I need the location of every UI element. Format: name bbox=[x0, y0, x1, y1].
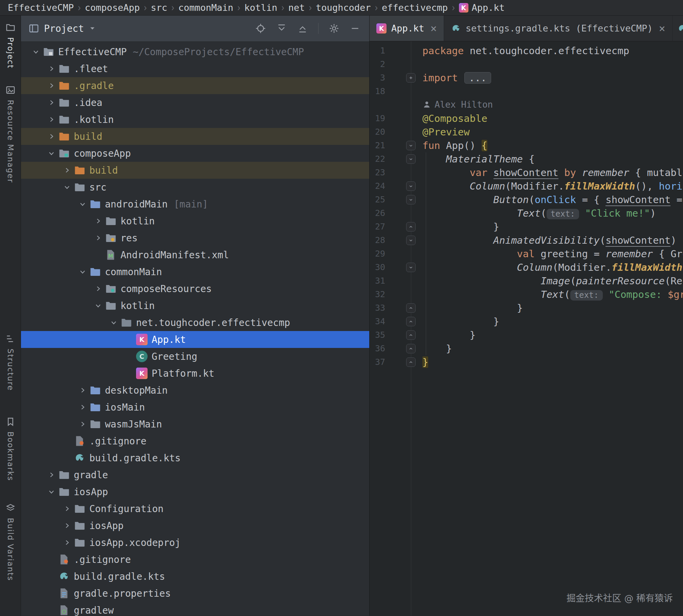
chevron-right-icon[interactable] bbox=[76, 383, 89, 397]
tree-item-res[interactable]: res bbox=[21, 229, 369, 246]
chevron-right-icon[interactable] bbox=[60, 536, 74, 549]
tree-item-androidmanifest-xml[interactable]: MAndroidManifest.xml bbox=[21, 246, 369, 263]
tool-strip-resource-manager[interactable]: Resource Manager bbox=[0, 85, 21, 183]
fold-plus-icon[interactable] bbox=[406, 73, 416, 83]
breadcrumb-item-commonmain[interactable]: commonMain bbox=[176, 2, 236, 13]
tree-item-app-kt[interactable]: KApp.kt bbox=[21, 331, 369, 348]
tree-item-iosapp-xcodeproj[interactable]: iosApp.xcodeproj bbox=[21, 534, 369, 551]
breadcrumb-item-src[interactable]: src bbox=[149, 2, 170, 13]
breadcrumb-item-app-kt[interactable]: KApp.kt bbox=[457, 2, 507, 13]
fold-open-icon[interactable] bbox=[406, 141, 416, 150]
breadcrumb-item-net[interactable]: net bbox=[286, 2, 307, 13]
chevron-down-icon[interactable] bbox=[107, 316, 120, 329]
author-inlay[interactable]: Alex Hilton bbox=[370, 98, 683, 112]
tree-item-commonmain[interactable]: commonMain bbox=[21, 263, 369, 280]
tree-item-iosapp[interactable]: iosApp bbox=[21, 517, 369, 534]
chevron-right-icon[interactable] bbox=[45, 79, 58, 92]
tree-item-effectivecmp[interactable]: EffectiveCMP~/ComposeProjects/EffectiveC… bbox=[21, 43, 369, 60]
fold-close-icon[interactable] bbox=[406, 330, 416, 340]
expand-all-icon[interactable] bbox=[276, 23, 287, 34]
chevron-down-icon[interactable] bbox=[45, 147, 58, 160]
close-icon[interactable]: × bbox=[431, 23, 437, 34]
collapse-all-icon[interactable] bbox=[297, 23, 308, 34]
chevron-right-icon[interactable] bbox=[45, 96, 58, 109]
chevron-down-icon[interactable] bbox=[60, 180, 74, 194]
tree-item-kotlin[interactable]: kotlin bbox=[21, 213, 369, 229]
code-area[interactable]: 1package net.toughcoder.effectivecmp23im… bbox=[370, 41, 683, 616]
chevron-right-icon[interactable] bbox=[76, 417, 89, 431]
tree-item-gitignore[interactable]: .gitignore bbox=[21, 433, 369, 449]
tree-item-composeapp[interactable]: composeApp bbox=[21, 145, 369, 162]
tool-strip-structure[interactable]: Structure bbox=[0, 334, 21, 391]
locate-icon[interactable] bbox=[255, 23, 266, 34]
chevron-right-icon[interactable] bbox=[60, 519, 74, 532]
tree-item-greeting[interactable]: CGreeting bbox=[21, 348, 369, 365]
tree-item-idea[interactable]: .idea bbox=[21, 94, 369, 111]
tree-item-gitignore[interactable]: .gitignore bbox=[21, 551, 369, 568]
breadcrumb-item-composeapp[interactable]: composeApp bbox=[83, 2, 142, 13]
tree-item-composeresources[interactable]: composeResources bbox=[21, 280, 369, 297]
tree-item-wasmjsmain[interactable]: wasmJsMain bbox=[21, 416, 369, 433]
fold-open-icon[interactable] bbox=[406, 154, 416, 164]
breadcrumb-item-toughcoder[interactable]: toughcoder bbox=[313, 2, 373, 13]
fold-close-icon[interactable] bbox=[406, 303, 416, 313]
tree-item-build-gradle-kts[interactable]: build.gradle.kts bbox=[21, 449, 369, 466]
fold-close-icon[interactable] bbox=[406, 222, 416, 232]
hide-icon[interactable] bbox=[350, 23, 360, 34]
chevron-right-icon[interactable] bbox=[91, 282, 105, 295]
project-panel-title[interactable]: Project bbox=[44, 23, 84, 34]
fold-open-icon[interactable] bbox=[406, 195, 416, 204]
tree-item-gradle-properties[interactable]: gradle.properties bbox=[21, 585, 369, 602]
settings-icon[interactable] bbox=[329, 23, 339, 34]
tool-strip-bookmarks[interactable]: Bookmarks bbox=[0, 417, 21, 481]
chevron-right-icon[interactable] bbox=[45, 62, 58, 75]
chevron-right-icon[interactable] bbox=[45, 468, 58, 482]
tree-item-gradle[interactable]: gradle bbox=[21, 466, 369, 483]
fold-open-icon[interactable] bbox=[406, 263, 416, 272]
tree-item-configuration[interactable]: Configuration bbox=[21, 500, 369, 517]
tree-item-desktopmain[interactable]: desktopMain bbox=[21, 382, 369, 399]
chevron-right-icon[interactable] bbox=[91, 231, 105, 245]
chevron-right-icon[interactable] bbox=[76, 400, 89, 414]
tree-item-build[interactable]: build bbox=[21, 162, 369, 179]
chevron-down-icon[interactable] bbox=[89, 25, 96, 32]
tree-item-kotlin[interactable]: kotlin bbox=[21, 297, 369, 314]
tree-item-gradle[interactable]: .gradle bbox=[21, 77, 369, 94]
breadcrumb-item-effectivecmp[interactable]: EffectiveCMP bbox=[5, 2, 76, 13]
chevron-down-icon[interactable] bbox=[91, 299, 105, 312]
chevron-down-icon[interactable] bbox=[76, 265, 89, 279]
tree-item-fleet[interactable]: .fleet bbox=[21, 60, 369, 77]
chevron-down-icon[interactable] bbox=[29, 45, 43, 59]
tree-item-build-gradle-kts[interactable]: build.gradle.kts bbox=[21, 568, 369, 585]
tree-item-iosmain[interactable]: iosMain bbox=[21, 399, 369, 416]
chevron-right-icon[interactable] bbox=[45, 113, 58, 126]
chevron-down-icon[interactable] bbox=[76, 197, 89, 211]
tree-item-build[interactable]: build bbox=[21, 128, 369, 145]
fold-open-icon[interactable] bbox=[406, 236, 416, 245]
chevron-right-icon[interactable] bbox=[91, 214, 105, 228]
fold-close-icon[interactable] bbox=[406, 357, 416, 367]
tree-item-iosapp[interactable]: iosApp bbox=[21, 483, 369, 500]
tree-item-net-toughcoder-effectivecmp[interactable]: net.toughcoder.effectivecmp bbox=[21, 314, 369, 331]
tree-item-gradlew[interactable]: gradlew bbox=[21, 602, 369, 616]
tool-strip-build-variants[interactable]: Build Variants bbox=[0, 503, 21, 581]
editor-tab-settings-gradle-kts-effectivecmp[interactable]: settings.gradle.kts (EffectiveCMP)× bbox=[444, 16, 673, 41]
breadcrumb-item-effectivecmp[interactable]: effectivecmp bbox=[379, 2, 450, 13]
fold-open-icon[interactable] bbox=[406, 181, 416, 191]
tree-item-platform-kt[interactable]: KPlatform.kt bbox=[21, 365, 369, 382]
chevron-down-icon[interactable] bbox=[45, 485, 58, 499]
editor-tab-overflow[interactable] bbox=[673, 16, 683, 41]
fold-close-icon[interactable] bbox=[406, 317, 416, 326]
fold-close-icon[interactable] bbox=[406, 344, 416, 353]
source-root-icon bbox=[89, 198, 101, 210]
chevron-right-icon[interactable] bbox=[60, 163, 74, 177]
chevron-right-icon[interactable] bbox=[45, 130, 58, 143]
breadcrumb-item-kotlin[interactable]: kotlin bbox=[242, 2, 280, 13]
tree-item-src[interactable]: src bbox=[21, 179, 369, 196]
tree-item-androidmain[interactable]: androidMain[main] bbox=[21, 196, 369, 213]
close-icon[interactable]: × bbox=[659, 23, 665, 34]
tree-item-kotlin[interactable]: .kotlin bbox=[21, 111, 369, 128]
tool-strip-project[interactable]: Project bbox=[0, 22, 21, 69]
editor-tab-app-kt[interactable]: KApp.kt× bbox=[370, 16, 444, 41]
chevron-right-icon[interactable] bbox=[60, 502, 74, 515]
